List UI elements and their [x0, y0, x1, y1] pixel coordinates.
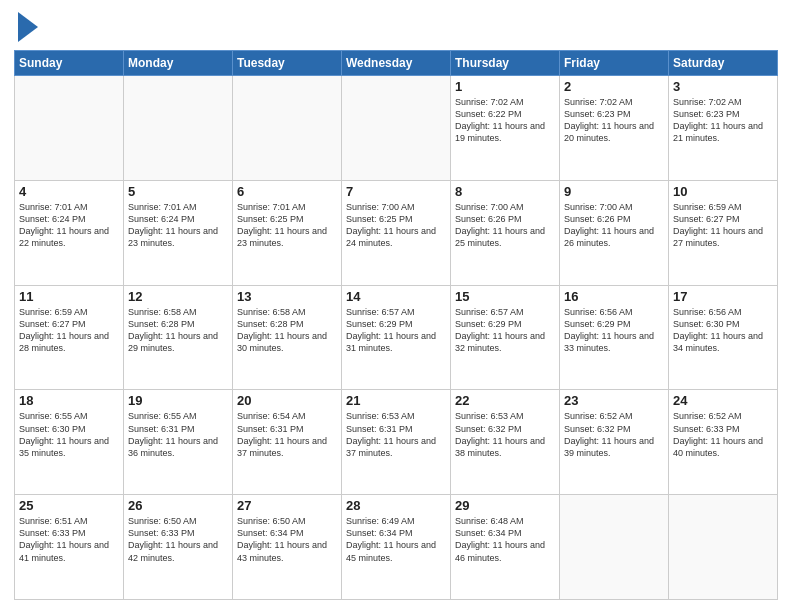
logo [14, 12, 38, 42]
day-number: 10 [673, 184, 773, 199]
calendar-cell: 25Sunrise: 6:51 AMSunset: 6:33 PMDayligh… [15, 495, 124, 600]
weekday-header: Monday [124, 51, 233, 76]
day-number: 21 [346, 393, 446, 408]
calendar-cell: 16Sunrise: 6:56 AMSunset: 6:29 PMDayligh… [560, 285, 669, 390]
calendar-cell [233, 76, 342, 181]
day-info: Sunrise: 6:56 AMSunset: 6:29 PMDaylight:… [564, 306, 664, 355]
calendar-week-row: 1Sunrise: 7:02 AMSunset: 6:22 PMDaylight… [15, 76, 778, 181]
day-info: Sunrise: 6:50 AMSunset: 6:34 PMDaylight:… [237, 515, 337, 564]
header [14, 12, 778, 42]
day-info: Sunrise: 7:00 AMSunset: 6:26 PMDaylight:… [564, 201, 664, 250]
day-info: Sunrise: 6:55 AMSunset: 6:30 PMDaylight:… [19, 410, 119, 459]
calendar-cell: 29Sunrise: 6:48 AMSunset: 6:34 PMDayligh… [451, 495, 560, 600]
calendar-cell [342, 76, 451, 181]
day-info: Sunrise: 7:01 AMSunset: 6:25 PMDaylight:… [237, 201, 337, 250]
calendar: SundayMondayTuesdayWednesdayThursdayFrid… [14, 50, 778, 600]
day-info: Sunrise: 7:00 AMSunset: 6:25 PMDaylight:… [346, 201, 446, 250]
day-info: Sunrise: 6:53 AMSunset: 6:32 PMDaylight:… [455, 410, 555, 459]
day-info: Sunrise: 6:48 AMSunset: 6:34 PMDaylight:… [455, 515, 555, 564]
day-number: 18 [19, 393, 119, 408]
calendar-cell: 23Sunrise: 6:52 AMSunset: 6:32 PMDayligh… [560, 390, 669, 495]
calendar-cell: 26Sunrise: 6:50 AMSunset: 6:33 PMDayligh… [124, 495, 233, 600]
calendar-cell [669, 495, 778, 600]
day-info: Sunrise: 6:59 AMSunset: 6:27 PMDaylight:… [19, 306, 119, 355]
day-number: 14 [346, 289, 446, 304]
day-info: Sunrise: 6:50 AMSunset: 6:33 PMDaylight:… [128, 515, 228, 564]
day-info: Sunrise: 6:58 AMSunset: 6:28 PMDaylight:… [128, 306, 228, 355]
logo-icon [18, 12, 38, 42]
day-number: 27 [237, 498, 337, 513]
weekday-header-row: SundayMondayTuesdayWednesdayThursdayFrid… [15, 51, 778, 76]
day-number: 2 [564, 79, 664, 94]
calendar-cell [560, 495, 669, 600]
day-info: Sunrise: 6:57 AMSunset: 6:29 PMDaylight:… [455, 306, 555, 355]
calendar-cell: 17Sunrise: 6:56 AMSunset: 6:30 PMDayligh… [669, 285, 778, 390]
day-info: Sunrise: 7:01 AMSunset: 6:24 PMDaylight:… [128, 201, 228, 250]
calendar-week-row: 18Sunrise: 6:55 AMSunset: 6:30 PMDayligh… [15, 390, 778, 495]
calendar-cell: 3Sunrise: 7:02 AMSunset: 6:23 PMDaylight… [669, 76, 778, 181]
day-number: 5 [128, 184, 228, 199]
day-info: Sunrise: 6:53 AMSunset: 6:31 PMDaylight:… [346, 410, 446, 459]
day-info: Sunrise: 6:49 AMSunset: 6:34 PMDaylight:… [346, 515, 446, 564]
day-number: 16 [564, 289, 664, 304]
day-number: 28 [346, 498, 446, 513]
weekday-header: Tuesday [233, 51, 342, 76]
calendar-cell: 12Sunrise: 6:58 AMSunset: 6:28 PMDayligh… [124, 285, 233, 390]
calendar-cell: 8Sunrise: 7:00 AMSunset: 6:26 PMDaylight… [451, 180, 560, 285]
day-number: 1 [455, 79, 555, 94]
calendar-cell: 24Sunrise: 6:52 AMSunset: 6:33 PMDayligh… [669, 390, 778, 495]
day-number: 8 [455, 184, 555, 199]
day-number: 23 [564, 393, 664, 408]
calendar-cell: 27Sunrise: 6:50 AMSunset: 6:34 PMDayligh… [233, 495, 342, 600]
day-number: 19 [128, 393, 228, 408]
calendar-cell: 2Sunrise: 7:02 AMSunset: 6:23 PMDaylight… [560, 76, 669, 181]
calendar-cell: 11Sunrise: 6:59 AMSunset: 6:27 PMDayligh… [15, 285, 124, 390]
day-number: 26 [128, 498, 228, 513]
calendar-cell [124, 76, 233, 181]
calendar-week-row: 11Sunrise: 6:59 AMSunset: 6:27 PMDayligh… [15, 285, 778, 390]
day-info: Sunrise: 6:52 AMSunset: 6:32 PMDaylight:… [564, 410, 664, 459]
day-number: 17 [673, 289, 773, 304]
day-number: 4 [19, 184, 119, 199]
calendar-cell: 5Sunrise: 7:01 AMSunset: 6:24 PMDaylight… [124, 180, 233, 285]
day-info: Sunrise: 7:02 AMSunset: 6:23 PMDaylight:… [673, 96, 773, 145]
calendar-week-row: 25Sunrise: 6:51 AMSunset: 6:33 PMDayligh… [15, 495, 778, 600]
calendar-cell: 18Sunrise: 6:55 AMSunset: 6:30 PMDayligh… [15, 390, 124, 495]
day-info: Sunrise: 6:55 AMSunset: 6:31 PMDaylight:… [128, 410, 228, 459]
weekday-header: Friday [560, 51, 669, 76]
weekday-header: Saturday [669, 51, 778, 76]
day-number: 11 [19, 289, 119, 304]
calendar-cell: 10Sunrise: 6:59 AMSunset: 6:27 PMDayligh… [669, 180, 778, 285]
day-info: Sunrise: 7:02 AMSunset: 6:22 PMDaylight:… [455, 96, 555, 145]
calendar-cell: 13Sunrise: 6:58 AMSunset: 6:28 PMDayligh… [233, 285, 342, 390]
day-info: Sunrise: 6:58 AMSunset: 6:28 PMDaylight:… [237, 306, 337, 355]
day-number: 7 [346, 184, 446, 199]
day-info: Sunrise: 6:59 AMSunset: 6:27 PMDaylight:… [673, 201, 773, 250]
calendar-cell: 21Sunrise: 6:53 AMSunset: 6:31 PMDayligh… [342, 390, 451, 495]
calendar-body: 1Sunrise: 7:02 AMSunset: 6:22 PMDaylight… [15, 76, 778, 600]
calendar-cell: 6Sunrise: 7:01 AMSunset: 6:25 PMDaylight… [233, 180, 342, 285]
day-number: 15 [455, 289, 555, 304]
day-info: Sunrise: 6:51 AMSunset: 6:33 PMDaylight:… [19, 515, 119, 564]
weekday-header: Thursday [451, 51, 560, 76]
day-info: Sunrise: 7:02 AMSunset: 6:23 PMDaylight:… [564, 96, 664, 145]
day-number: 6 [237, 184, 337, 199]
day-number: 20 [237, 393, 337, 408]
day-number: 25 [19, 498, 119, 513]
weekday-header: Wednesday [342, 51, 451, 76]
page: SundayMondayTuesdayWednesdayThursdayFrid… [0, 0, 792, 612]
calendar-cell: 7Sunrise: 7:00 AMSunset: 6:25 PMDaylight… [342, 180, 451, 285]
calendar-week-row: 4Sunrise: 7:01 AMSunset: 6:24 PMDaylight… [15, 180, 778, 285]
day-number: 3 [673, 79, 773, 94]
day-info: Sunrise: 6:56 AMSunset: 6:30 PMDaylight:… [673, 306, 773, 355]
calendar-cell: 15Sunrise: 6:57 AMSunset: 6:29 PMDayligh… [451, 285, 560, 390]
calendar-cell: 4Sunrise: 7:01 AMSunset: 6:24 PMDaylight… [15, 180, 124, 285]
calendar-cell: 20Sunrise: 6:54 AMSunset: 6:31 PMDayligh… [233, 390, 342, 495]
calendar-cell: 14Sunrise: 6:57 AMSunset: 6:29 PMDayligh… [342, 285, 451, 390]
calendar-cell: 9Sunrise: 7:00 AMSunset: 6:26 PMDaylight… [560, 180, 669, 285]
day-number: 9 [564, 184, 664, 199]
day-info: Sunrise: 6:54 AMSunset: 6:31 PMDaylight:… [237, 410, 337, 459]
weekday-header: Sunday [15, 51, 124, 76]
calendar-cell: 19Sunrise: 6:55 AMSunset: 6:31 PMDayligh… [124, 390, 233, 495]
calendar-cell: 22Sunrise: 6:53 AMSunset: 6:32 PMDayligh… [451, 390, 560, 495]
